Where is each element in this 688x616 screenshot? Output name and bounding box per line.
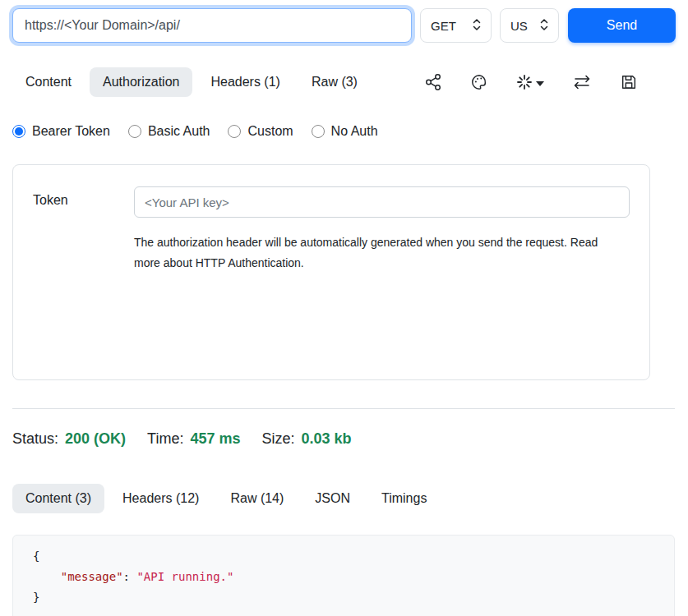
time-label: Time: [147,430,183,448]
tab-content[interactable]: Content [12,67,85,97]
tab-headers[interactable]: Headers (1) [197,67,293,97]
time-value: 457 ms [190,430,240,448]
radio-circle [12,125,25,138]
section-divider [12,408,675,409]
radio-basic-auth[interactable]: Basic Auth [128,124,210,139]
tab-response-headers[interactable]: Headers (12) [109,484,212,513]
json-key: "message" [61,570,123,583]
select-arrows-icon [473,18,481,34]
token-input[interactable] [134,186,630,218]
size-value: 0.03 kb [302,430,352,448]
tab-response-raw[interactable]: Raw (14) [217,484,297,513]
response-tabs-row: Content (3) Headers (12) Raw (14) JSON T… [12,482,676,515]
json-line: { [33,546,654,567]
send-button[interactable]: Send [568,8,676,43]
swap-arrows-icon[interactable] [572,74,592,90]
status-value: 200 (OK) [65,430,126,448]
json-string: "API running." [136,570,233,583]
radio-label: Custom [247,124,293,139]
save-icon[interactable] [620,73,638,91]
method-select[interactable]: GET [420,8,492,43]
request-toolbar [424,73,676,91]
region-select[interactable]: US [500,8,559,43]
api-client-page: GET US Send Content Authorization Header… [0,0,688,616]
response-body: { "message": "API running." } [12,535,675,616]
auth-type-row: Bearer Token Basic Auth Custom No Auth [12,123,676,140]
tab-raw[interactable]: Raw (3) [298,67,371,97]
size-label: Size: [261,430,294,448]
token-panel: Token The authorization header will be a… [12,164,650,380]
radio-label: Basic Auth [148,124,210,139]
radio-custom[interactable]: Custom [228,124,293,139]
radio-no-auth[interactable]: No Auth [312,124,378,139]
radio-label: No Auth [331,124,378,139]
tab-authorization[interactable]: Authorization [90,67,192,97]
json-line: } [33,587,654,608]
region-select-value: US [510,19,528,33]
tab-response-content[interactable]: Content (3) [12,484,104,513]
token-panel-main: The authorization header will be automat… [134,186,630,358]
request-bar: GET US Send [12,8,676,43]
request-tabs-row: Content Authorization Headers (1) Raw (3… [12,66,676,99]
response-status: Status: 200 (OK) Time: 457 ms Size: 0.03… [12,430,676,448]
radio-circle [312,125,325,138]
tab-response-json[interactable]: JSON [302,484,363,513]
chevron-down-icon [536,75,544,90]
token-help-text: The authorization header will be automat… [134,232,619,274]
token-label: Token [33,186,134,358]
share-icon[interactable] [424,73,442,91]
palette-icon[interactable] [470,73,488,91]
status-label: Status: [12,430,58,448]
url-input[interactable] [12,8,412,43]
select-arrows-icon [540,18,548,34]
radio-label: Bearer Token [32,124,110,139]
radio-bearer-token[interactable]: Bearer Token [12,124,110,139]
radio-circle [128,125,141,138]
json-line: "message": "API running." [33,567,654,587]
method-select-value: GET [431,19,456,33]
tab-response-timings[interactable]: Timings [368,484,440,513]
magic-wand-icon[interactable] [516,74,544,90]
radio-circle [228,125,241,138]
